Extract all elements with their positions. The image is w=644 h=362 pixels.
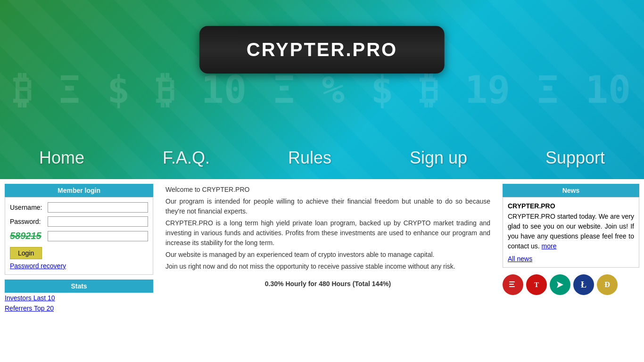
nav-faq[interactable]: F.A.Q. — [153, 143, 219, 173]
username-input[interactable] — [48, 202, 148, 213]
nav-rules[interactable]: Rules — [279, 143, 341, 173]
nav-home[interactable]: Home — [30, 143, 94, 173]
referrers-link[interactable]: Referrers Top 20 — [5, 303, 153, 313]
send-icon[interactable] — [550, 274, 570, 295]
login-form: Username: Password: 589215 Login Passwor… — [5, 197, 153, 275]
password-input[interactable] — [48, 216, 148, 227]
main-nav: Home F.A.Q. Rules Sign up Support — [0, 137, 644, 179]
electrum-icon[interactable] — [503, 274, 523, 295]
password-row: Password: — [10, 216, 148, 227]
welcome-title: Welcome to CRYPTER.PRO — [165, 185, 490, 195]
content-para-1: Our program is intended for people willi… — [165, 197, 490, 216]
nav-signup[interactable]: Sign up — [400, 143, 477, 173]
all-news-link[interactable]: All news — [508, 255, 634, 263]
username-label: Username: — [10, 204, 48, 211]
news-content: CRYPTER.PRO CRYPTER.PRO started today. W… — [503, 197, 639, 268]
captcha-input[interactable] — [48, 231, 148, 241]
content-para-4: Join us right now and do not miss the op… — [165, 262, 490, 272]
news-header: News — [503, 184, 639, 197]
center-content: Welcome to CRYPTER.PRO Our program is in… — [158, 179, 498, 318]
tron-icon[interactable]: T — [526, 274, 547, 295]
username-row: Username: — [10, 202, 148, 213]
captcha-display: 589215 — [10, 230, 48, 241]
news-body-text: CRYPTER.PRO started today. We are very g… — [508, 213, 634, 250]
news-panel: News CRYPTER.PRO CRYPTER.PRO started tod… — [498, 179, 644, 318]
stats-header: Stats — [5, 280, 153, 293]
captcha-row: 589215 — [10, 230, 148, 241]
logo-box: CRYPTER.PRO — [199, 26, 445, 74]
svg-marker-3 — [557, 281, 563, 288]
news-site-name: CRYPTER.PRO — [508, 202, 634, 210]
news-more-link[interactable]: more — [542, 242, 557, 250]
password-label: Password: — [10, 218, 48, 225]
header: ₿ Ξ $ ₿ 10 Ξ % $ ₿ 19 Ξ 10 CRYPTER.PRO H… — [0, 0, 644, 179]
crypto-icons-row: T Ł Ð — [503, 274, 639, 295]
stats-section: Stats Investors Last 10 Referrers Top 20 — [5, 280, 153, 313]
plan-title: 0.30% Hourly for 480 Hours (Total 144%) — [165, 279, 490, 289]
password-recovery-link[interactable]: Password recovery — [10, 262, 148, 270]
nav-support[interactable]: Support — [536, 143, 614, 173]
sidebar: Member login Username: Password: 589215 … — [0, 179, 158, 318]
dogecoin-icon[interactable]: Ð — [597, 274, 618, 295]
litecoin-icon[interactable]: Ł — [573, 274, 594, 295]
content-para-2: CRYPTER.PRO is a long term high yield pr… — [165, 218, 490, 248]
login-btn-row: Login — [10, 245, 148, 259]
site-logo: CRYPTER.PRO — [247, 39, 397, 60]
content-para-3: Our website is managed by an experienced… — [165, 250, 490, 260]
svg-rect-1 — [509, 284, 514, 285]
main-layout: Member login Username: Password: 589215 … — [0, 179, 644, 318]
login-button[interactable]: Login — [10, 247, 42, 259]
investors-link[interactable]: Investors Last 10 — [5, 293, 153, 303]
login-header: Member login — [5, 184, 153, 197]
svg-rect-0 — [509, 281, 515, 282]
svg-rect-2 — [509, 286, 515, 287]
